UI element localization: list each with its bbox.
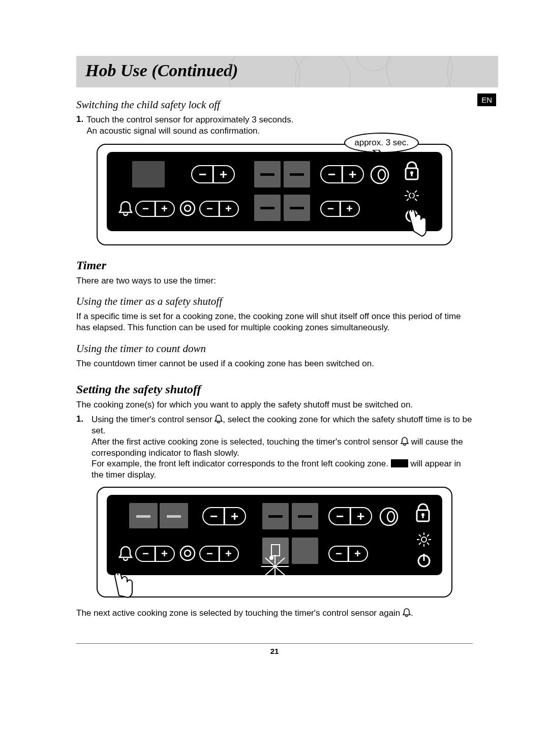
step-text: Using the timer's control sensor , selec…: [92, 414, 473, 481]
svg-line-32: [265, 558, 275, 566]
zone-ring-icon: [369, 164, 390, 185]
lock-icon: [403, 161, 421, 181]
timer-intro: There are two ways to use the timer:: [76, 275, 473, 287]
step-line2: An acoustic signal will sound as confirm…: [86, 126, 260, 136]
footer-rule: [76, 643, 473, 644]
svg-point-48: [116, 550, 119, 553]
step-number: 1.: [76, 414, 88, 481]
adjust-pill-tr[interactable]: −+: [328, 507, 372, 525]
svg-point-6: [185, 205, 191, 211]
adjust-pill-bl[interactable]: −+: [199, 201, 239, 217]
bell-inline-icon: [215, 414, 223, 423]
zone-ring-icon: [378, 506, 400, 527]
target-icon: [179, 200, 196, 217]
adjust-pill-br[interactable]: −+: [320, 201, 360, 217]
heading-timer-countdown: Using the timer to count down: [76, 342, 473, 355]
svg-line-44: [427, 534, 429, 537]
svg-rect-23: [422, 515, 424, 518]
svg-line-35: [275, 566, 285, 575]
adjust-pill-timer[interactable]: −+: [135, 201, 175, 217]
power-icon: [416, 552, 432, 568]
display-center-tr: [284, 161, 310, 187]
svg-rect-4: [411, 173, 413, 176]
svg-line-43: [419, 543, 421, 545]
svg-line-34: [265, 566, 275, 575]
black-box-icon: [391, 459, 408, 467]
display-center-br: [292, 538, 318, 564]
timer-shutoff-text: If a specific time is set for a cooking …: [76, 311, 473, 333]
display-center-tl: [254, 161, 281, 187]
svg-point-1: [378, 170, 385, 180]
display-center-br: [284, 195, 310, 221]
svg-line-41: [419, 534, 421, 537]
svg-line-42: [427, 543, 429, 545]
page-number: 21: [76, 647, 473, 655]
heading-timer: Timer: [76, 259, 473, 272]
target-icon: [179, 545, 196, 562]
speech-callout: approx. 3 sec.: [344, 133, 419, 153]
bell-inline-icon: [401, 436, 409, 446]
heading-safety-shutoff: Setting the safety shutoff: [76, 383, 473, 396]
heading-child-lock-off: Switching the child safety lock off: [76, 99, 473, 111]
display-center-bl: [254, 195, 281, 221]
svg-point-5: [180, 201, 195, 215]
adjust-pill-tl[interactable]: −+: [202, 507, 246, 525]
heading-timer-shutoff: Using the timer as a safety shutoff: [76, 295, 473, 308]
adjust-pill-bl[interactable]: −+: [199, 546, 239, 562]
adjust-pill-tl[interactable]: −+: [191, 165, 235, 183]
language-tab: EN: [477, 93, 496, 106]
svg-line-33: [275, 558, 285, 566]
brightness-icon: [416, 531, 432, 548]
step-number: 1.: [76, 114, 83, 137]
bell-icon: [118, 200, 133, 217]
display-center-tr: [292, 503, 318, 529]
lock-icon: [414, 503, 432, 523]
control-panel-figure-1: approx. 3 sec. −+ −+: [97, 144, 452, 245]
step-line1: Touch the control sensor for approximate…: [86, 115, 293, 124]
step-text: Touch the control sensor for approximate…: [86, 114, 293, 137]
display-timer-r: [160, 503, 188, 528]
adjust-pill-tr[interactable]: −+: [320, 165, 364, 183]
shutoff-outro: The next active cooking zone is selected…: [76, 608, 473, 619]
svg-point-24: [180, 546, 195, 560]
starburst-icon: [257, 554, 293, 579]
title-bar: Hob Use (Continued): [76, 56, 498, 87]
display-timer-l: [129, 503, 158, 528]
svg-point-20: [387, 512, 394, 522]
shutoff-intro: The cooking zone(s) for which you want t…: [76, 399, 473, 411]
svg-point-18: [410, 184, 413, 187]
display-zone-tl: [132, 161, 165, 187]
display-center-tl: [262, 503, 289, 529]
timer-countdown-text: The countdown timer cannot be used if a …: [76, 358, 473, 369]
control-panel-figure-2: −+ −+ −+ −+: [97, 487, 452, 597]
hand-pointer-icon: [103, 550, 148, 598]
adjust-pill-br[interactable]: −+: [328, 546, 368, 562]
hand-pointer-icon: [389, 182, 430, 238]
shutoff-step-1: 1. Using the timer's control sensor , se…: [76, 414, 473, 481]
svg-point-25: [185, 550, 191, 556]
bell-inline-icon: [403, 608, 411, 617]
svg-point-36: [421, 537, 426, 542]
